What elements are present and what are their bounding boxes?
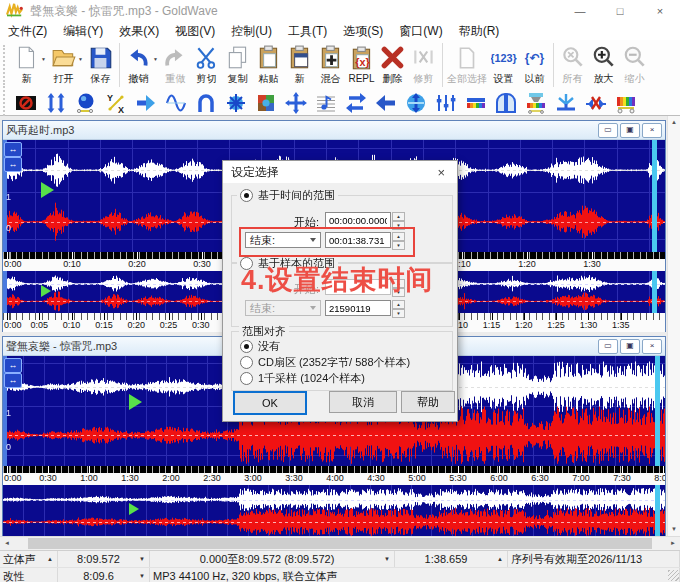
palette-icon[interactable] xyxy=(251,92,281,114)
start-spinner[interactable]: ▲▼ xyxy=(392,212,405,228)
radio-off-icon[interactable] xyxy=(240,372,253,385)
undo-button[interactable]: 撤销 xyxy=(123,45,154,86)
expand-cross-icon[interactable] xyxy=(281,92,311,114)
music-staff-icon[interactable] xyxy=(311,92,341,114)
resize-grip[interactable] xyxy=(668,570,679,581)
mdi-close-icon[interactable]: × xyxy=(642,123,662,138)
spectrum-filter-icon[interactable] xyxy=(521,92,551,114)
maximize-button[interactable]: □ xyxy=(600,0,640,22)
clipboard-paste-button[interactable]: 粘贴 xyxy=(253,45,284,86)
dropdown-caret-icon[interactable]: ▼ xyxy=(78,56,85,62)
selection-marker[interactable]: ↔ xyxy=(4,358,22,373)
dialog-close-icon[interactable]: × xyxy=(433,165,449,180)
selection-marker[interactable]: ↔ xyxy=(4,142,22,157)
spectrum-bar-icon[interactable] xyxy=(461,92,491,114)
menu-item[interactable]: 编辑(Y) xyxy=(55,23,111,40)
mdi-restore-icon[interactable]: ▣ xyxy=(620,123,640,138)
vertical-scrollbar[interactable]: ▲ ▼ xyxy=(667,116,680,536)
mdi-close-icon[interactable]: × xyxy=(642,339,662,354)
selection-end-marker[interactable] xyxy=(655,356,660,466)
mdi-minimize-icon[interactable]: ▭ xyxy=(598,339,618,354)
radio-on-icon[interactable] xyxy=(240,189,253,202)
scrollbar-thumb[interactable] xyxy=(28,538,652,549)
back-arrow-icon[interactable] xyxy=(371,92,401,114)
doors-icon[interactable] xyxy=(491,92,521,114)
paste-new-button[interactable]: 新 xyxy=(284,45,315,86)
paste-replace-button[interactable]: {x}REPL xyxy=(346,46,377,84)
menu-item[interactable]: 文件(Z) xyxy=(0,23,55,40)
doc-new-button[interactable]: 新 xyxy=(11,45,42,86)
menu-item[interactable]: 选项(S) xyxy=(335,23,391,40)
dropdown-caret-icon[interactable]: ▼ xyxy=(41,56,48,62)
selection-end-marker[interactable] xyxy=(652,271,657,313)
mute-x-icon[interactable] xyxy=(581,92,611,114)
spin-up-icon[interactable]: ▲ xyxy=(47,556,57,562)
status-cell[interactable]: 0.000至8:09.572 (8:09.572)▼ xyxy=(150,551,395,567)
status-cell[interactable]: 1:38.659▲ xyxy=(395,551,508,567)
scroll-left-icon[interactable]: ◄ xyxy=(0,537,14,550)
align-option-radio[interactable]: 1千采样 (1024个样本) xyxy=(237,371,368,386)
delete-x-button[interactable]: 删除 xyxy=(377,45,408,86)
expand-vertical-icon[interactable] xyxy=(41,92,71,114)
radio-on-icon[interactable] xyxy=(240,340,253,353)
menu-item[interactable]: 帮助(R) xyxy=(451,23,508,40)
menu-item[interactable]: 效果(X) xyxy=(111,23,167,40)
cancel-button[interactable]: 取消 xyxy=(329,391,397,413)
sphere-icon[interactable] xyxy=(71,92,101,114)
spin-down-icon[interactable]: ▼ xyxy=(384,556,394,562)
sound-window-1-titlebar[interactable]: 风再起时.mp3 ▭ ▣ × xyxy=(3,121,665,140)
equalizer-icon[interactable] xyxy=(431,92,461,114)
minimize-button[interactable]: — xyxy=(560,0,600,22)
selection-end-marker[interactable] xyxy=(655,485,660,536)
selection-start-marker[interactable] xyxy=(3,271,7,313)
close-button[interactable]: × xyxy=(640,0,680,22)
selection-marker[interactable]: ↔ xyxy=(4,157,22,172)
reverse-icon[interactable] xyxy=(191,92,221,114)
dropdown-caret-icon[interactable]: ▼ xyxy=(153,56,160,62)
paste-mix-button[interactable]: 混合 xyxy=(315,45,346,86)
menu-item[interactable]: 窗口(W) xyxy=(391,23,450,40)
zoom-in-button[interactable]: 放大 xyxy=(588,45,619,86)
device-stop-icon[interactable] xyxy=(11,92,41,114)
selection-marker[interactable]: ↔ xyxy=(4,373,22,388)
align-option-radio[interactable]: CD扇区 (2352字节/ 588个样本) xyxy=(237,355,413,370)
channel-swap-icon[interactable]: YX xyxy=(101,92,131,114)
spectrum-cart-icon[interactable] xyxy=(611,92,641,114)
radio-off-icon[interactable] xyxy=(240,356,253,369)
mdi-minimize-icon[interactable]: ▭ xyxy=(598,123,618,138)
horizontal-scrollbar[interactable]: ◄ ► xyxy=(0,536,680,550)
mdi-restore-icon[interactable]: ▣ xyxy=(620,339,640,354)
menu-item[interactable]: 工具(T) xyxy=(280,23,335,40)
updown-circle-icon[interactable] xyxy=(401,92,431,114)
spin-down-icon[interactable]: ▼ xyxy=(139,556,149,562)
sample-end-spinner[interactable]: ▲▼ xyxy=(392,300,405,316)
scissors-button[interactable]: 剪切 xyxy=(191,45,222,86)
sample-end-input[interactable] xyxy=(325,300,391,316)
status-cell[interactable]: 8:09.6▼ xyxy=(58,568,150,582)
time-range-radio[interactable]: 基于时间的范围 xyxy=(237,188,338,203)
help-button[interactable]: 帮助 xyxy=(401,391,455,413)
menu-item[interactable]: 控制(U) xyxy=(223,23,280,40)
status-cell[interactable]: 8:09.572▼ xyxy=(58,551,150,567)
dialog-titlebar[interactable]: 设定选择 × xyxy=(223,161,457,183)
waveform-overview-2[interactable] xyxy=(3,485,665,536)
set-selection-button[interactable]: {123}设置 xyxy=(488,45,519,86)
copy-button[interactable]: 复制 xyxy=(222,45,253,86)
menu-item[interactable]: 视图(V) xyxy=(167,23,223,40)
goto-arrow-icon[interactable] xyxy=(131,92,161,114)
start-time-input[interactable] xyxy=(325,212,391,228)
effect-star-icon[interactable] xyxy=(221,92,251,114)
scroll-right-icon[interactable]: ► xyxy=(666,537,680,550)
status-cell[interactable]: 立体声▲ xyxy=(0,551,58,567)
align-option-radio[interactable]: 没有 xyxy=(237,339,283,354)
scroll-down-icon[interactable]: ▼ xyxy=(668,523,680,536)
spin-down-icon[interactable]: ▼ xyxy=(139,573,149,579)
bounce-icon[interactable] xyxy=(341,92,371,114)
scroll-up-icon[interactable]: ▲ xyxy=(668,116,680,129)
ok-button[interactable]: OK xyxy=(233,391,307,415)
selection-end-marker[interactable] xyxy=(652,140,657,252)
spark-icon[interactable] xyxy=(551,92,581,114)
spin-up-icon[interactable]: ▲ xyxy=(497,556,507,562)
floppy-save-button[interactable]: 保存 xyxy=(85,45,116,86)
folder-open-button[interactable]: 打开 xyxy=(48,45,79,86)
